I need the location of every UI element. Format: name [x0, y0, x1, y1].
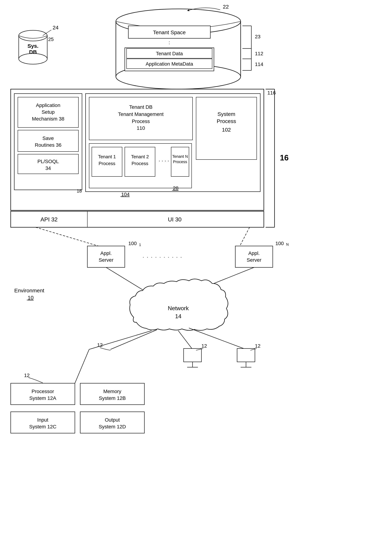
svg-text:100: 100: [275, 241, 284, 246]
svg-text:Application: Application: [36, 103, 61, 108]
svg-rect-100: [184, 349, 201, 362]
svg-text:Input: Input: [37, 417, 48, 423]
svg-text:100: 100: [128, 241, 137, 246]
svg-rect-41: [18, 154, 79, 174]
svg-text:PL/SOQL: PL/SOQL: [37, 159, 59, 164]
svg-text:API 32: API 32: [41, 216, 58, 223]
svg-text:Appl.: Appl.: [248, 250, 260, 256]
svg-rect-79: [87, 246, 125, 267]
svg-text:1: 1: [139, 243, 141, 247]
svg-text:22: 22: [223, 4, 229, 10]
svg-rect-58: [125, 147, 155, 177]
svg-text:UI 30: UI 30: [168, 216, 182, 223]
svg-text:Network: Network: [168, 305, 189, 311]
svg-text:18: 18: [77, 188, 82, 194]
svg-rect-44: [86, 94, 260, 192]
svg-text:System: System: [218, 111, 235, 117]
svg-rect-7: [125, 48, 214, 71]
svg-text:Process: Process: [217, 118, 236, 124]
svg-text:116: 116: [267, 90, 276, 96]
svg-rect-4: [128, 26, 210, 38]
svg-text:Process: Process: [132, 119, 150, 124]
svg-text:DB: DB: [29, 49, 37, 55]
svg-text:23: 23: [255, 34, 261, 39]
svg-marker-21: [187, 9, 189, 11]
svg-text:14: 14: [175, 313, 182, 319]
svg-overlay: Tenant Space : Tenant Data Application M…: [0, 0, 392, 533]
svg-text:System 12B: System 12B: [99, 395, 126, 401]
svg-text:Tenant 1: Tenant 1: [98, 154, 116, 159]
svg-rect-55: [92, 147, 122, 177]
svg-point-0: [116, 9, 241, 34]
svg-text:Routines 36: Routines 36: [35, 142, 61, 148]
svg-text:Processor: Processor: [32, 389, 54, 394]
svg-text:Server: Server: [99, 257, 113, 263]
svg-line-77: [36, 227, 104, 248]
svg-text:Tenant 2: Tenant 2: [131, 154, 149, 159]
svg-line-90: [106, 267, 150, 294]
svg-text:Process: Process: [173, 159, 187, 164]
svg-rect-45: [89, 97, 192, 140]
svg-text:34: 34: [45, 165, 51, 171]
svg-rect-62: [171, 147, 189, 177]
svg-line-97: [111, 330, 157, 349]
svg-text:28: 28: [173, 185, 178, 191]
svg-rect-116: [11, 412, 75, 433]
svg-text:System 12D: System 12D: [99, 424, 126, 430]
svg-text:Tenant Space: Tenant Space: [153, 29, 186, 35]
svg-text:Tenant N: Tenant N: [172, 154, 188, 159]
svg-line-98: [178, 331, 192, 349]
svg-rect-113: [80, 383, 145, 405]
svg-text:Save: Save: [42, 136, 54, 141]
svg-text:System 12A: System 12A: [29, 395, 56, 401]
svg-text:114: 114: [255, 61, 263, 67]
svg-line-99: [189, 328, 246, 349]
svg-rect-69: [11, 211, 264, 227]
svg-rect-34: [18, 97, 79, 127]
svg-line-91: [187, 267, 254, 294]
svg-text:. . . .: . . . .: [159, 157, 169, 162]
svg-point-22: [19, 30, 47, 41]
svg-text:Appl.: Appl.: [100, 250, 112, 256]
svg-text:Server: Server: [247, 257, 261, 263]
svg-point-3: [116, 64, 241, 89]
svg-rect-54: [89, 144, 192, 188]
svg-rect-103: [237, 349, 255, 362]
svg-rect-50: [196, 97, 257, 159]
svg-text:Tenant Management: Tenant Management: [118, 111, 164, 117]
svg-rect-38: [18, 130, 79, 151]
svg-text:Output: Output: [105, 417, 120, 423]
svg-text:12: 12: [255, 343, 261, 349]
svg-text:24: 24: [53, 25, 58, 30]
svg-rect-10: [126, 59, 212, 69]
svg-text:104: 104: [121, 192, 130, 197]
svg-text:25: 25: [48, 37, 54, 42]
svg-text:Tenant Data: Tenant Data: [156, 51, 183, 56]
svg-text:110: 110: [137, 125, 145, 131]
svg-line-78: [239, 227, 250, 248]
svg-text:Process: Process: [131, 161, 148, 166]
svg-rect-85: [235, 246, 273, 267]
diagram-container: Tenant Space : Tenant Data Application M…: [0, 0, 392, 533]
svg-text:Process: Process: [98, 161, 115, 166]
svg-text:Sys.: Sys.: [28, 43, 38, 49]
svg-text:Setup: Setup: [42, 109, 55, 115]
svg-line-109: [89, 331, 152, 349]
svg-rect-8: [126, 48, 212, 58]
svg-point-25: [19, 53, 47, 64]
svg-text::: :: [169, 40, 170, 45]
svg-text:N: N: [286, 243, 289, 246]
svg-text:12: 12: [97, 342, 103, 348]
svg-text:16: 16: [280, 153, 289, 162]
svg-line-122: [75, 349, 89, 383]
svg-text:102: 102: [222, 127, 231, 133]
svg-text:112: 112: [255, 51, 263, 56]
svg-text:12: 12: [24, 373, 30, 378]
svg-rect-119: [80, 412, 145, 433]
svg-text:10: 10: [28, 295, 33, 300]
svg-text:Application MetaData: Application MetaData: [146, 61, 193, 67]
svg-text:Environment: Environment: [14, 288, 44, 293]
svg-text:Mechanism 38: Mechanism 38: [32, 116, 64, 122]
svg-text:. . . . . . . . . .: . . . . . . . . . .: [143, 253, 182, 259]
svg-text:System 12C: System 12C: [29, 424, 56, 430]
